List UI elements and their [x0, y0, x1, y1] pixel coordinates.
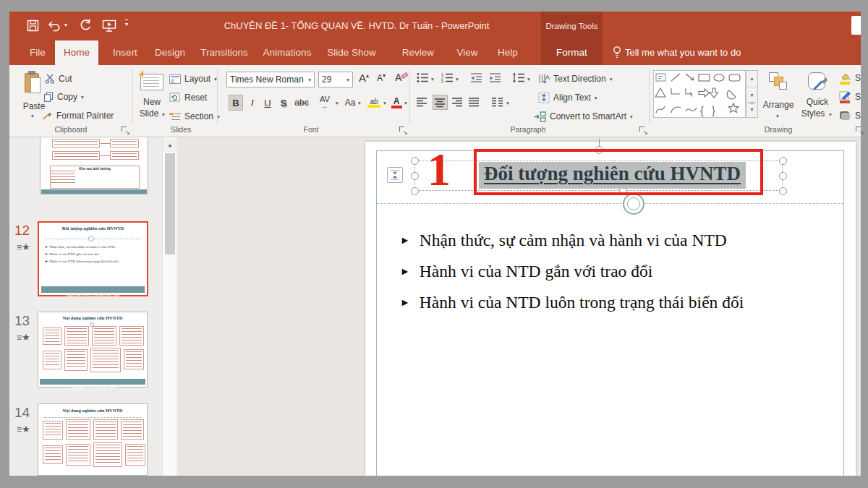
tab-help[interactable]: Help [490, 40, 525, 65]
section-button[interactable]: Section ▾ [169, 108, 220, 125]
svg-text:3: 3 [441, 80, 443, 84]
font-color-caret-icon[interactable]: ▾ [404, 100, 407, 106]
tab-animations[interactable]: Animations [258, 40, 317, 65]
tab-view[interactable]: View [450, 40, 485, 65]
decrease-indent-button[interactable] [470, 72, 482, 86]
save-icon[interactable] [27, 20, 39, 32]
new-slide-button[interactable]: New Slide ▾ [136, 69, 168, 126]
thumbnail-slide-12-selected[interactable]: Đối tượng nghiên cứu HVNTD ► Nhận thức, … [38, 221, 148, 296]
design-frame-left [376, 150, 377, 476]
drawing-dialog-launcher[interactable]: ↘ [856, 127, 864, 134]
thumbnail-scrollbar-track[interactable]: ▲ [162, 137, 176, 476]
highlight-caret-icon[interactable]: ▾ [383, 100, 386, 106]
scrollbar-up-button[interactable]: ▲ [163, 139, 177, 152]
convert-smartart-button[interactable]: Convert to SmartArt ▾ [534, 108, 633, 125]
tab-review[interactable]: Review [396, 40, 440, 65]
slide-title-textbox[interactable]: Đối tượng nghiên cứu HVNTD [479, 162, 746, 189]
italic-button[interactable]: I [247, 95, 258, 111]
quick-styles-button[interactable]: Quick Styles ▾ [799, 69, 836, 126]
character-spacing-button[interactable]: AV ↔ [315, 95, 334, 111]
mini-connector [101, 143, 110, 144]
shape-effects-button[interactable]: S [839, 107, 861, 124]
align-left-button[interactable] [417, 97, 427, 110]
increase-indent-button[interactable] [489, 72, 501, 86]
paragraph-dialog-launcher[interactable]: ↘ [639, 127, 647, 134]
shadow-button[interactable]: S [278, 95, 289, 111]
highlight-color-button[interactable]: ab [365, 95, 383, 111]
format-painter-button[interactable]: Format Painter [42, 107, 114, 124]
redo-icon[interactable] [79, 19, 92, 32]
animation-star-icon[interactable]: ≡★ [17, 332, 30, 343]
resize-handle[interactable] [411, 187, 419, 195]
font-name-combobox[interactable]: Times New Roman ▾ [226, 72, 315, 87]
numbering-caret-icon[interactable]: ▾ [456, 76, 459, 82]
slide-body-textbox[interactable]: ► Nhận thức, sự cảm nhận và hành vi của … [400, 230, 834, 312]
customize-qat-caret-icon[interactable]: ▾ [125, 20, 128, 27]
line-spacing-button[interactable] [512, 72, 525, 86]
thumbnail-slide-11[interactable]: Khu vực ảnh hưởng [40, 137, 148, 194]
undo-dropdown-caret-icon[interactable]: ▾ [64, 22, 67, 28]
spacing-caret-icon[interactable]: ▾ [336, 100, 339, 106]
justify-button[interactable] [469, 97, 480, 110]
window-control-partial[interactable] [851, 16, 861, 35]
shapes-scroll-down-button[interactable]: ▼ [746, 87, 757, 102]
tab-design[interactable]: Design [149, 40, 191, 65]
resize-handle[interactable] [411, 172, 419, 180]
scrollbar-thumb[interactable] [165, 153, 175, 254]
shape-outline-button[interactable]: S [839, 88, 861, 106]
tab-file[interactable]: File [22, 40, 54, 65]
columns-caret-icon[interactable]: ▾ [506, 100, 509, 106]
underline-button[interactable]: U [262, 95, 273, 111]
mini-box [43, 421, 63, 440]
text-direction-button[interactable]: A Text Direction ▾ [538, 70, 612, 87]
shrink-font-button[interactable]: A▾ [377, 72, 386, 83]
undo-icon[interactable] [47, 20, 61, 32]
font-size-combobox[interactable]: 29 ▾ [318, 72, 353, 87]
start-slideshow-icon[interactable] [102, 20, 116, 32]
align-text-button[interactable]: Align Text ▾ [538, 89, 597, 106]
bullets-caret-icon[interactable]: ▾ [431, 76, 434, 82]
font-color-button[interactable]: A [389, 95, 404, 111]
reset-button[interactable]: Reset [169, 89, 207, 106]
numbering-button[interactable]: 123 [441, 72, 454, 86]
cut-button[interactable]: Cut [45, 70, 72, 87]
change-case-button[interactable]: Aa [343, 95, 357, 111]
bullets-button[interactable] [417, 72, 429, 86]
resize-handle[interactable] [411, 157, 419, 165]
quick-styles-caret-icon: ▾ [829, 111, 832, 118]
tell-me-box[interactable]: Tell me what you want to do [625, 40, 755, 65]
autofit-options-button[interactable] [387, 167, 403, 183]
layout-button[interactable]: Layout ▾ [169, 70, 217, 87]
grow-font-button[interactable]: A▴ [359, 72, 369, 84]
copy-button[interactable]: Copy ▾ [43, 88, 84, 106]
font-dialog-launcher[interactable]: ↘ [399, 127, 407, 134]
case-caret-icon[interactable]: ▾ [358, 100, 361, 106]
line-spacing-caret-icon[interactable]: ▾ [527, 76, 530, 82]
thumbnail-slide-13[interactable]: Nội dung nghiên cứu HVNTD Giảng viên: TS… [38, 312, 148, 388]
columns-button[interactable] [492, 97, 503, 110]
animation-star-icon[interactable]: ≡★ [17, 241, 30, 252]
tab-transitions[interactable]: Transitions [195, 40, 253, 65]
resize-handle[interactable] [779, 157, 787, 165]
bullet-text: Nhận thức, sự cảm nhận và hành vi của NT… [420, 231, 727, 250]
arrange-button[interactable]: Arrange ▾ [760, 69, 797, 126]
thumbnail-slide-14[interactable]: Nội dung nghiên cứu HVNTD [38, 403, 148, 476]
align-center-button[interactable] [433, 95, 448, 110]
tab-slide-show[interactable]: Slide Show [321, 40, 382, 65]
tab-format-contextual[interactable]: Format [541, 40, 603, 65]
tab-home[interactable]: Home [55, 40, 98, 65]
shapes-more-button[interactable]: ▼ [746, 102, 757, 117]
tab-insert[interactable]: Insert [106, 40, 145, 65]
shapes-gallery[interactable]: { } [653, 70, 746, 118]
slide-surface[interactable]: 1 Đối tượng nghiên cứu HVNTD ► Nhận thức… [365, 142, 856, 476]
strikethrough-button[interactable]: abc [292, 95, 311, 111]
animation-star-icon[interactable]: ≡★ [17, 424, 30, 435]
align-right-button[interactable] [452, 97, 463, 110]
resize-handle[interactable] [779, 187, 787, 195]
bold-button[interactable]: B [229, 95, 243, 111]
shape-fill-button[interactable]: S [839, 69, 861, 87]
shapes-scroll-up-button[interactable]: ▲ [746, 71, 757, 87]
clipboard-dialog-launcher[interactable]: ↘ [122, 127, 129, 134]
clear-formatting-button[interactable]: A [395, 72, 401, 83]
resize-handle[interactable] [779, 172, 787, 180]
